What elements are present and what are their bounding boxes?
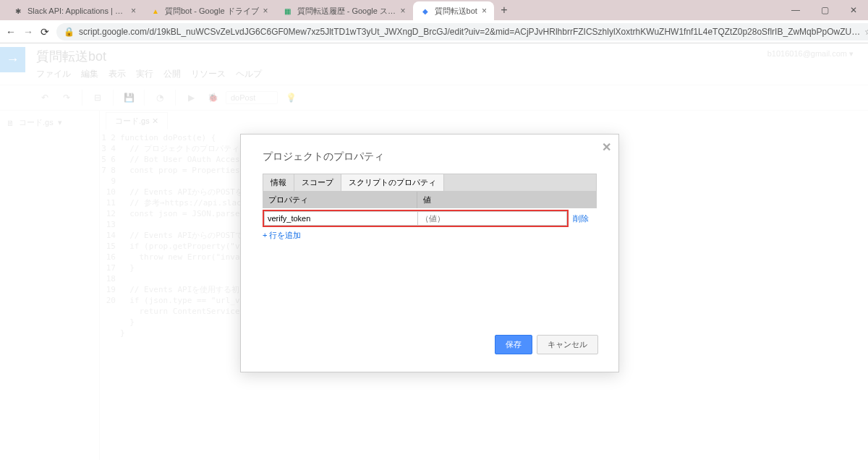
url-text: script.google.com/d/19kBL_nuWCSvZeLvdJG6… (79, 27, 860, 37)
close-icon[interactable]: ✕ (602, 140, 611, 154)
tab-title: 質問転送履歴 - Google スプレッド (297, 6, 396, 17)
tab-title: Slack API: Applications | FunLock (27, 7, 127, 15)
browser-tab[interactable]: ✱ Slack API: Applications | FunLock × (6, 1, 143, 20)
close-window-button[interactable]: ✕ (839, 0, 868, 20)
browser-tab-active[interactable]: ◆ 質問転送bot × (413, 1, 494, 20)
delete-row-link[interactable]: 削除 (573, 213, 589, 224)
property-table-header: プロパティ 値 (263, 192, 597, 208)
tab-info[interactable]: 情報 (263, 174, 294, 191)
col-value: 値 (417, 192, 597, 208)
property-key-input[interactable] (264, 211, 418, 226)
highlighted-row (263, 210, 569, 227)
browser-tab[interactable]: ▲ 質問bot - Google ドライブ × (143, 1, 276, 20)
project-properties-dialog: ✕ プロジェクトのプロパティ 情報 スコープ スクリプトのプロパティ プロパティ… (240, 134, 619, 372)
window-controls: — ▢ ✕ (781, 0, 868, 20)
tab-scopes[interactable]: スコープ (294, 174, 341, 191)
dialog-tabs: 情報 スコープ スクリプトのプロパティ (263, 174, 597, 192)
lock-icon: 🔒 (64, 27, 75, 37)
property-value-input[interactable] (418, 211, 567, 226)
tab-title: 質問転送bot (435, 6, 477, 17)
browser-tab[interactable]: ▦ 質問転送履歴 - Google スプレッド × (276, 1, 413, 20)
property-row: 削除 (263, 210, 597, 227)
add-row-link[interactable]: + 行を追加 (263, 230, 597, 241)
close-icon[interactable]: × (401, 6, 406, 16)
close-icon[interactable]: × (131, 6, 136, 16)
maximize-button[interactable]: ▢ (810, 0, 839, 20)
forward-button[interactable]: → (23, 26, 33, 38)
browser-tab-bar: ✱ Slack API: Applications | FunLock × ▲ … (0, 0, 868, 20)
tab-script-properties[interactable]: スクリプトのプロパティ (341, 174, 444, 191)
script-icon: ◆ (420, 6, 430, 16)
star-icon[interactable]: ☆ (864, 27, 868, 37)
slack-icon: ✱ (13, 6, 23, 16)
back-button[interactable]: ← (6, 26, 16, 38)
tab-title: 質問bot - Google ドライブ (165, 6, 259, 17)
drive-icon: ▲ (150, 6, 161, 16)
reload-button[interactable]: ⟳ (41, 26, 49, 38)
address-bar: ← → ⟳ 🔒 script.google.com/d/19kBL_nuWCSv… (0, 20, 868, 43)
sheets-icon: ▦ (283, 6, 293, 16)
col-property: プロパティ (263, 192, 417, 208)
close-icon[interactable]: × (263, 6, 268, 16)
cancel-button[interactable]: キャンセル (537, 335, 598, 354)
close-icon[interactable]: × (482, 6, 487, 16)
new-tab-button[interactable]: + (494, 0, 514, 20)
save-button[interactable]: 保存 (495, 335, 532, 354)
dialog-title: プロジェクトのプロパティ (241, 135, 618, 174)
minimize-button[interactable]: — (781, 0, 810, 20)
url-input[interactable]: 🔒 script.google.com/d/19kBL_nuWCSvZeLvdJ… (56, 23, 868, 40)
